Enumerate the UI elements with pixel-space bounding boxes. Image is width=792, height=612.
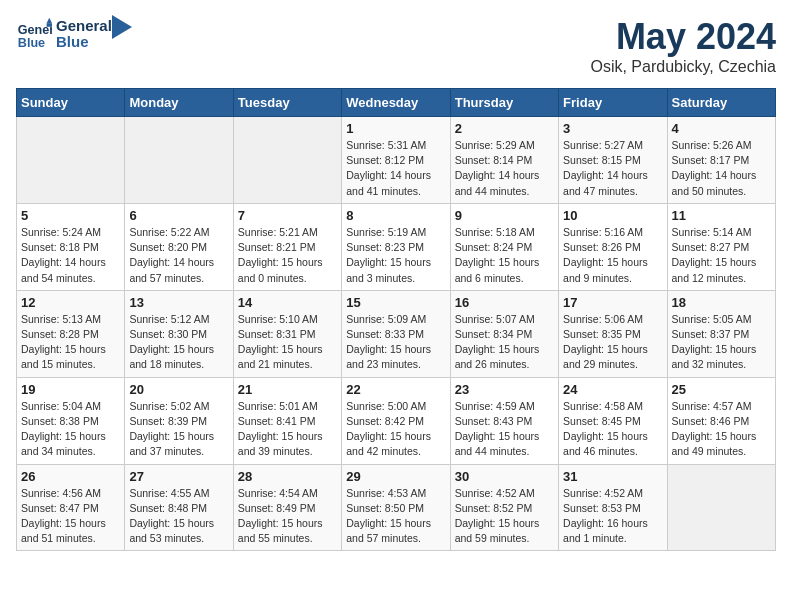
logo-arrow-icon xyxy=(112,15,132,45)
table-row: 20Sunrise: 5:02 AMSunset: 8:39 PMDayligh… xyxy=(125,377,233,464)
svg-marker-4 xyxy=(112,15,132,39)
table-row: 22Sunrise: 5:00 AMSunset: 8:42 PMDayligh… xyxy=(342,377,450,464)
table-row: 2Sunrise: 5:29 AMSunset: 8:14 PMDaylight… xyxy=(450,117,558,204)
table-row xyxy=(125,117,233,204)
day-number: 11 xyxy=(672,208,771,223)
day-number: 6 xyxy=(129,208,228,223)
day-info: Sunrise: 5:22 AMSunset: 8:20 PMDaylight:… xyxy=(129,225,228,286)
day-number: 24 xyxy=(563,382,662,397)
day-number: 10 xyxy=(563,208,662,223)
calendar-header: Sunday Monday Tuesday Wednesday Thursday… xyxy=(17,89,776,117)
table-row: 11Sunrise: 5:14 AMSunset: 8:27 PMDayligh… xyxy=(667,203,775,290)
logo-icon: General Blue xyxy=(16,16,52,52)
table-row: 23Sunrise: 4:59 AMSunset: 8:43 PMDayligh… xyxy=(450,377,558,464)
day-number: 27 xyxy=(129,469,228,484)
table-row: 4Sunrise: 5:26 AMSunset: 8:17 PMDaylight… xyxy=(667,117,775,204)
day-info: Sunrise: 5:12 AMSunset: 8:30 PMDaylight:… xyxy=(129,312,228,373)
day-info: Sunrise: 5:27 AMSunset: 8:15 PMDaylight:… xyxy=(563,138,662,199)
calendar-title: May 2024 xyxy=(590,16,776,58)
day-info: Sunrise: 4:52 AMSunset: 8:52 PMDaylight:… xyxy=(455,486,554,547)
day-number: 23 xyxy=(455,382,554,397)
day-info: Sunrise: 5:01 AMSunset: 8:41 PMDaylight:… xyxy=(238,399,337,460)
day-number: 12 xyxy=(21,295,120,310)
day-info: Sunrise: 4:55 AMSunset: 8:48 PMDaylight:… xyxy=(129,486,228,547)
day-number: 9 xyxy=(455,208,554,223)
table-row xyxy=(17,117,125,204)
day-number: 30 xyxy=(455,469,554,484)
day-number: 7 xyxy=(238,208,337,223)
day-info: Sunrise: 5:13 AMSunset: 8:28 PMDaylight:… xyxy=(21,312,120,373)
header-saturday: Saturday xyxy=(667,89,775,117)
day-number: 20 xyxy=(129,382,228,397)
svg-text:Blue: Blue xyxy=(18,36,45,50)
table-row: 24Sunrise: 4:58 AMSunset: 8:45 PMDayligh… xyxy=(559,377,667,464)
table-row: 3Sunrise: 5:27 AMSunset: 8:15 PMDaylight… xyxy=(559,117,667,204)
table-row: 26Sunrise: 4:56 AMSunset: 8:47 PMDayligh… xyxy=(17,464,125,551)
day-info: Sunrise: 5:06 AMSunset: 8:35 PMDaylight:… xyxy=(563,312,662,373)
table-row: 21Sunrise: 5:01 AMSunset: 8:41 PMDayligh… xyxy=(233,377,341,464)
day-number: 25 xyxy=(672,382,771,397)
day-info: Sunrise: 5:24 AMSunset: 8:18 PMDaylight:… xyxy=(21,225,120,286)
title-block: May 2024 Osik, Pardubicky, Czechia xyxy=(590,16,776,76)
day-info: Sunrise: 5:16 AMSunset: 8:26 PMDaylight:… xyxy=(563,225,662,286)
day-info: Sunrise: 4:58 AMSunset: 8:45 PMDaylight:… xyxy=(563,399,662,460)
table-row xyxy=(233,117,341,204)
calendar-body: 1Sunrise: 5:31 AMSunset: 8:12 PMDaylight… xyxy=(17,117,776,551)
day-info: Sunrise: 5:31 AMSunset: 8:12 PMDaylight:… xyxy=(346,138,445,199)
day-info: Sunrise: 5:19 AMSunset: 8:23 PMDaylight:… xyxy=(346,225,445,286)
day-number: 29 xyxy=(346,469,445,484)
table-row: 1Sunrise: 5:31 AMSunset: 8:12 PMDaylight… xyxy=(342,117,450,204)
table-row: 25Sunrise: 4:57 AMSunset: 8:46 PMDayligh… xyxy=(667,377,775,464)
table-row: 17Sunrise: 5:06 AMSunset: 8:35 PMDayligh… xyxy=(559,290,667,377)
logo-blue: Blue xyxy=(56,34,112,51)
day-info: Sunrise: 5:26 AMSunset: 8:17 PMDaylight:… xyxy=(672,138,771,199)
day-info: Sunrise: 5:21 AMSunset: 8:21 PMDaylight:… xyxy=(238,225,337,286)
day-info: Sunrise: 4:57 AMSunset: 8:46 PMDaylight:… xyxy=(672,399,771,460)
table-row: 14Sunrise: 5:10 AMSunset: 8:31 PMDayligh… xyxy=(233,290,341,377)
calendar-table: Sunday Monday Tuesday Wednesday Thursday… xyxy=(16,88,776,551)
day-number: 8 xyxy=(346,208,445,223)
table-row: 10Sunrise: 5:16 AMSunset: 8:26 PMDayligh… xyxy=(559,203,667,290)
day-info: Sunrise: 5:04 AMSunset: 8:38 PMDaylight:… xyxy=(21,399,120,460)
day-info: Sunrise: 5:29 AMSunset: 8:14 PMDaylight:… xyxy=(455,138,554,199)
table-row: 9Sunrise: 5:18 AMSunset: 8:24 PMDaylight… xyxy=(450,203,558,290)
calendar-subtitle: Osik, Pardubicky, Czechia xyxy=(590,58,776,76)
header-monday: Monday xyxy=(125,89,233,117)
day-number: 31 xyxy=(563,469,662,484)
table-row: 30Sunrise: 4:52 AMSunset: 8:52 PMDayligh… xyxy=(450,464,558,551)
day-info: Sunrise: 4:56 AMSunset: 8:47 PMDaylight:… xyxy=(21,486,120,547)
day-info: Sunrise: 5:10 AMSunset: 8:31 PMDaylight:… xyxy=(238,312,337,373)
header-friday: Friday xyxy=(559,89,667,117)
header-wednesday: Wednesday xyxy=(342,89,450,117)
day-number: 13 xyxy=(129,295,228,310)
header-tuesday: Tuesday xyxy=(233,89,341,117)
day-info: Sunrise: 5:18 AMSunset: 8:24 PMDaylight:… xyxy=(455,225,554,286)
day-info: Sunrise: 4:52 AMSunset: 8:53 PMDaylight:… xyxy=(563,486,662,547)
table-row: 27Sunrise: 4:55 AMSunset: 8:48 PMDayligh… xyxy=(125,464,233,551)
table-row: 13Sunrise: 5:12 AMSunset: 8:30 PMDayligh… xyxy=(125,290,233,377)
table-row: 31Sunrise: 4:52 AMSunset: 8:53 PMDayligh… xyxy=(559,464,667,551)
day-number: 16 xyxy=(455,295,554,310)
day-info: Sunrise: 4:59 AMSunset: 8:43 PMDaylight:… xyxy=(455,399,554,460)
day-number: 5 xyxy=(21,208,120,223)
table-row: 18Sunrise: 5:05 AMSunset: 8:37 PMDayligh… xyxy=(667,290,775,377)
table-row: 12Sunrise: 5:13 AMSunset: 8:28 PMDayligh… xyxy=(17,290,125,377)
table-row xyxy=(667,464,775,551)
svg-marker-2 xyxy=(47,18,52,23)
day-info: Sunrise: 5:14 AMSunset: 8:27 PMDaylight:… xyxy=(672,225,771,286)
day-number: 21 xyxy=(238,382,337,397)
table-row: 7Sunrise: 5:21 AMSunset: 8:21 PMDaylight… xyxy=(233,203,341,290)
day-number: 28 xyxy=(238,469,337,484)
table-row: 8Sunrise: 5:19 AMSunset: 8:23 PMDaylight… xyxy=(342,203,450,290)
day-number: 15 xyxy=(346,295,445,310)
table-row: 16Sunrise: 5:07 AMSunset: 8:34 PMDayligh… xyxy=(450,290,558,377)
day-number: 17 xyxy=(563,295,662,310)
day-info: Sunrise: 5:09 AMSunset: 8:33 PMDaylight:… xyxy=(346,312,445,373)
day-info: Sunrise: 5:02 AMSunset: 8:39 PMDaylight:… xyxy=(129,399,228,460)
day-info: Sunrise: 5:05 AMSunset: 8:37 PMDaylight:… xyxy=(672,312,771,373)
day-info: Sunrise: 4:54 AMSunset: 8:49 PMDaylight:… xyxy=(238,486,337,547)
logo: General Blue General Blue xyxy=(16,16,132,52)
table-row: 19Sunrise: 5:04 AMSunset: 8:38 PMDayligh… xyxy=(17,377,125,464)
day-info: Sunrise: 5:00 AMSunset: 8:42 PMDaylight:… xyxy=(346,399,445,460)
day-number: 4 xyxy=(672,121,771,136)
